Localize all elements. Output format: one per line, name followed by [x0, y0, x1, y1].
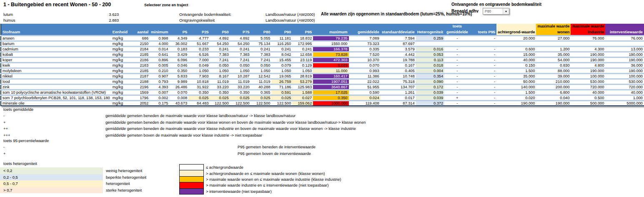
col-header-standaarddeviatie[interactable]: standaarddeviatie — [381, 29, 416, 36]
cell-minimum[interactable]: 0.175 — [150, 101, 169, 106]
cell-minimum[interactable]: 0.210 — [150, 68, 169, 74]
cell-eenheid[interactable]: mg/kg — [111, 101, 134, 106]
cell-achtergrondwaarde[interactable]: 40.000 — [496, 57, 536, 63]
col-header-top-achtergrondwaarde[interactable] — [496, 24, 536, 29]
col-header-p25[interactable]: P25 — [188, 29, 210, 36]
cell-interventiewaarde[interactable]: 190.000 — [605, 57, 644, 63]
cell-p95[interactable]: 1.050 — [292, 68, 313, 74]
cell-toets-gemiddelde[interactable]: - — [444, 63, 470, 68]
cell-toets-p95[interactable]: - — [470, 36, 496, 41]
cell-max-industrie[interactable]: 40.000 — [571, 90, 605, 95]
cell-maximum[interactable]: 3640.867 — [313, 85, 348, 90]
cell-stofnaam[interactable]: lood — [1, 79, 111, 85]
cell-p25[interactable]: 4.777 — [188, 36, 210, 41]
cell-max-wonen[interactable]: 6.800 — [536, 90, 571, 95]
cell-max-wonen[interactable]: 0.830 — [536, 63, 571, 68]
cell-standaarddeviatie[interactable]: 3.579 — [381, 47, 416, 52]
cell-heterogeniteit[interactable]: 0.039 — [416, 90, 445, 95]
cell-max-industrie[interactable]: 720.000 — [571, 85, 605, 90]
col-header-top-p75[interactable] — [230, 24, 251, 29]
cell-interventiewaarde[interactable]: 720.000 — [605, 85, 644, 90]
cell-heterogeniteit[interactable] — [416, 41, 445, 47]
cell-standaarddeviatie[interactable]: 134.707 — [381, 85, 416, 90]
cell-p25[interactable]: 51.667 — [188, 41, 210, 47]
cell-minimum[interactable]: 4.000 — [150, 41, 169, 47]
cell-aantal[interactable]: 2186 — [134, 57, 150, 63]
cell-p95[interactable]: 0.129 — [292, 63, 313, 68]
cell-maximum[interactable]: 17.025 — [313, 90, 348, 95]
col-header-top-aantal[interactable] — [134, 24, 150, 29]
cell-achtergrondwaarde[interactable]: 190.000 — [496, 101, 536, 106]
cell-p25[interactable]: 0.049 — [188, 63, 210, 68]
col-header-top-p80[interactable] — [251, 24, 272, 29]
col-header-top-toets-gemiddelde[interactable]: toets — [444, 24, 470, 29]
cell-toets-p95[interactable]: - — [470, 47, 496, 52]
cell-max-wonen[interactable]: 39.000 — [536, 74, 571, 79]
cell-p5[interactable]: 6.096 — [169, 57, 188, 63]
cell-p95[interactable]: 53.279 — [292, 79, 313, 85]
cell-p80[interactable]: 7.383 — [251, 52, 272, 57]
cell-toets-p95[interactable]: - — [470, 79, 496, 85]
cell-gemiddelde[interactable]: 0.335 — [349, 47, 381, 52]
cell-aantal[interactable]: 2185 — [134, 68, 150, 74]
cell-eenheid[interactable]: mg/kg — [111, 41, 134, 47]
col-header-top-p95[interactable] — [292, 24, 313, 29]
cell-gemiddelde[interactable]: 11.386 — [349, 74, 381, 79]
cell-p50[interactable]: 11.019 — [210, 79, 230, 85]
cell-stofnaam[interactable]: arseen — [1, 36, 111, 41]
cell-p50[interactable]: 7.383 — [210, 52, 230, 57]
cell-p5[interactable]: 0.008 — [169, 95, 188, 101]
cell-p50[interactable]: 0.350 — [210, 90, 230, 95]
cell-maximum[interactable]: 0.350 — [313, 95, 348, 101]
col-header-p5[interactable]: P5 — [169, 29, 188, 36]
col-header-aantal[interactable]: aantal — [134, 29, 150, 36]
cell-minimum[interactable]: 0.641 — [150, 52, 169, 57]
cell-p75[interactable]: 10.287 — [230, 74, 251, 79]
cell-interventiewaarde[interactable]: 76.000 — [605, 36, 644, 41]
cell-toets-gemiddelde[interactable] — [444, 41, 470, 47]
cell-eenheid[interactable]: mg/kg — [111, 63, 134, 68]
cell-standaarddeviatie[interactable]: 87.697 — [381, 41, 416, 47]
cell-p95[interactable]: 0.241 — [292, 47, 313, 52]
cell-max-industrie[interactable]: 4.300 — [571, 47, 605, 52]
cell-p5[interactable]: 5.833 — [169, 74, 188, 79]
cell-achtergrondwaarde[interactable]: 0.020 — [496, 95, 536, 101]
cell-minimum[interactable]: 4.393 — [150, 85, 169, 90]
cell-toets-gemiddelde[interactable]: - — [444, 57, 470, 63]
cell-maximum[interactable]: 11.000 — [313, 68, 348, 74]
cell-standaarddeviatie[interactable]: 7.594 — [381, 36, 416, 41]
cell-eenheid[interactable]: mg/kg — [111, 52, 134, 57]
cell-max-industrie[interactable]: 190.000 — [571, 57, 605, 63]
cell-p5[interactable]: 0.070 — [169, 90, 188, 95]
cell-toets-p95[interactable] — [470, 41, 496, 47]
humus-value[interactable]: 2.883 — [79, 18, 119, 22]
cell-max-wonen[interactable]: 190.000 — [536, 101, 571, 106]
cell-interventiewaarde[interactable]: 100.000 — [605, 74, 644, 79]
col-header-heterogeniteit[interactable]: Heterogeniteit — [416, 29, 445, 36]
cell-p90[interactable]: 15.455 — [271, 57, 292, 63]
cell-toets-p95[interactable]: - — [470, 57, 496, 63]
cell-achtergrondwaarde[interactable]: 0.150 — [496, 63, 536, 68]
cell-eenheid[interactable]: mg/kg — [111, 74, 134, 79]
cell-minimum[interactable]: 0.002 — [150, 95, 169, 101]
cell-stofnaam[interactable]: koper — [1, 57, 111, 63]
cell-standaarddeviatie[interactable]: 87.314 — [381, 101, 416, 106]
col-header-interventiewaarde[interactable]: interventiewaarde — [605, 29, 644, 36]
cell-gemiddelde[interactable]: 0.070 — [349, 63, 381, 68]
cell-stofnaam[interactable]: zink — [1, 85, 111, 90]
cell-p80[interactable]: 5.055 — [251, 36, 272, 41]
cell-minimum[interactable]: 0.907 — [150, 74, 169, 79]
col-header-top-toets-p95[interactable] — [470, 24, 496, 29]
cell-p50[interactable]: 4.892 — [210, 36, 230, 41]
col-header-top-minimum[interactable] — [150, 24, 169, 29]
cell-max-industrie[interactable]: 190.000 — [571, 52, 605, 57]
cell-standaarddeviatie[interactable]: 0.167 — [381, 63, 416, 68]
cell-maximum[interactable]: 166.378 — [313, 47, 348, 52]
cell-p80[interactable]: 0.025 — [251, 95, 272, 101]
cell-p5[interactable]: 0.350 — [169, 68, 188, 74]
cell-eenheid[interactable]: mg/kg — [111, 57, 134, 63]
cell-p95[interactable]: 0.027 — [292, 95, 313, 101]
cell-maximum[interactable]: 472.303 — [313, 57, 348, 63]
cell-maximum[interactable]: 1550.000 — [313, 41, 348, 47]
cell-p50[interactable]: 8.167 — [210, 74, 230, 79]
